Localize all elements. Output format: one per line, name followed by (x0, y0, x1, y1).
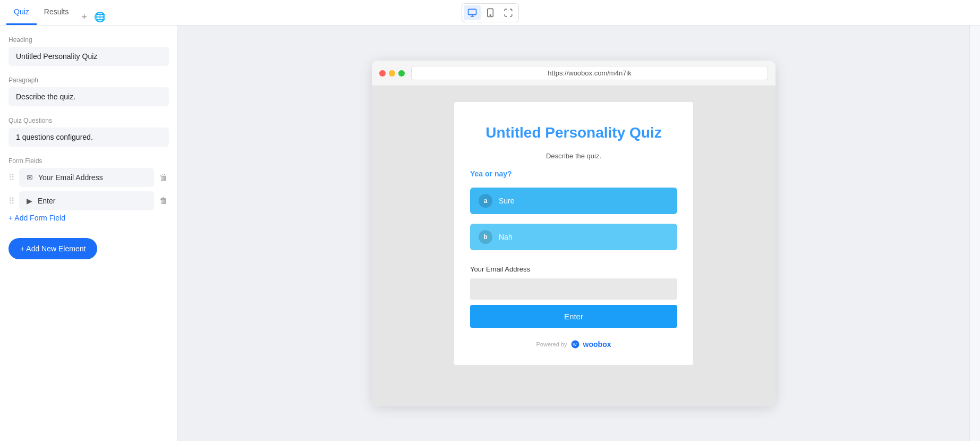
add-form-field-button[interactable]: + Add Form Field (8, 214, 169, 222)
tab-quiz[interactable]: Quiz (6, 0, 37, 25)
quiz-description: Describe the quiz. (470, 152, 677, 160)
enter-icon: ▶ (27, 197, 32, 205)
top-tabs: Quiz Results + 🌐 (0, 0, 108, 25)
view-toggle (462, 3, 519, 22)
quiz-title: Untitled Personality Quiz (470, 123, 677, 142)
tab-results[interactable]: Results (37, 0, 76, 25)
delete-enter-button[interactable]: 🗑 (158, 195, 169, 207)
option-badge-b: b (479, 230, 492, 244)
add-element-label: + Add New Element (20, 244, 86, 253)
form-fields-label: Form Fields (8, 157, 169, 165)
right-sidebar (969, 26, 980, 441)
quiz-questions-group: Quiz Questions 1 questions configured. (8, 117, 169, 147)
answer-text-b: Nah (499, 233, 513, 241)
answer-text-a: Sure (499, 197, 515, 205)
top-bar: Quiz Results + 🌐 (0, 0, 980, 26)
delete-email-button[interactable]: 🗑 (158, 172, 169, 183)
browser-mock: https://woobox.com/m4n7ik Untitled Perso… (372, 61, 776, 406)
quiz-questions-label: Quiz Questions (8, 117, 169, 124)
svg-text:W: W (573, 342, 577, 347)
quiz-card: Untitled Personality Quiz Describe the q… (454, 102, 693, 365)
center-area: https://woobox.com/m4n7ik Untitled Perso… (178, 26, 969, 441)
add-new-element-button[interactable]: + Add New Element (8, 238, 97, 259)
form-fields-group: Form Fields ⠿ ✉ Your Email Address 🗑 ⠿ ▶ (8, 157, 169, 222)
svg-point-2 (490, 14, 491, 15)
form-field-label: Your Email Address (470, 265, 677, 273)
powered-by-text: Powered by (536, 341, 567, 347)
paragraph-input[interactable] (8, 87, 169, 106)
desktop-view-button[interactable] (464, 5, 481, 20)
paragraph-group: Paragraph (8, 77, 169, 106)
heading-label: Heading (8, 36, 169, 44)
form-field-row-email: ⠿ ✉ Your Email Address 🗑 (8, 168, 169, 187)
add-form-field-label: + Add Form Field (8, 214, 65, 222)
answer-option-a[interactable]: a Sure (470, 188, 677, 214)
left-panel: Heading Paragraph Quiz Questions 1 quest… (0, 26, 178, 441)
drag-handle-email[interactable]: ⠿ (8, 173, 15, 183)
email-input-mock[interactable] (470, 278, 677, 300)
form-field-enter[interactable]: ▶ Enter (19, 191, 154, 210)
form-field-row-enter: ⠿ ▶ Enter 🗑 (8, 191, 169, 210)
question-label: Yea or nay? (470, 169, 677, 178)
main-layout: Heading Paragraph Quiz Questions 1 quest… (0, 26, 980, 441)
browser-url[interactable]: https://woobox.com/m4n7ik (411, 66, 768, 80)
dot-red (379, 70, 386, 77)
option-badge-a: a (479, 194, 492, 208)
dot-green (398, 70, 405, 77)
enter-field-label: Enter (38, 197, 55, 205)
heading-input[interactable] (8, 47, 169, 66)
woobox-logo: woobox (583, 340, 611, 349)
heading-group: Heading (8, 36, 169, 66)
answer-option-b[interactable]: b Nah (470, 224, 677, 250)
browser-dots (379, 70, 405, 77)
browser-chrome: https://woobox.com/m4n7ik (372, 61, 776, 86)
paragraph-label: Paragraph (8, 77, 169, 84)
svg-rect-0 (468, 9, 476, 15)
enter-button[interactable]: Enter (470, 305, 677, 328)
powered-by: Powered by W woobox (470, 340, 677, 349)
tablet-view-button[interactable] (482, 5, 499, 20)
browser-content: Untitled Personality Quiz Describe the q… (372, 86, 776, 406)
email-icon: ✉ (27, 173, 33, 182)
form-section: Your Email Address Enter (470, 265, 677, 328)
drag-handle-enter[interactable]: ⠿ (8, 196, 15, 206)
fullscreen-view-button[interactable] (500, 5, 517, 20)
form-fields-list: ⠿ ✉ Your Email Address 🗑 ⠿ ▶ Enter 🗑 (8, 168, 169, 210)
form-field-email[interactable]: ✉ Your Email Address (19, 168, 154, 187)
quiz-questions-value[interactable]: 1 questions configured. (8, 128, 169, 147)
dot-yellow (389, 70, 395, 77)
email-field-label: Your Email Address (38, 173, 103, 182)
globe-icon-button[interactable]: 🌐 (92, 9, 108, 25)
add-tab-button[interactable]: + (76, 9, 92, 25)
